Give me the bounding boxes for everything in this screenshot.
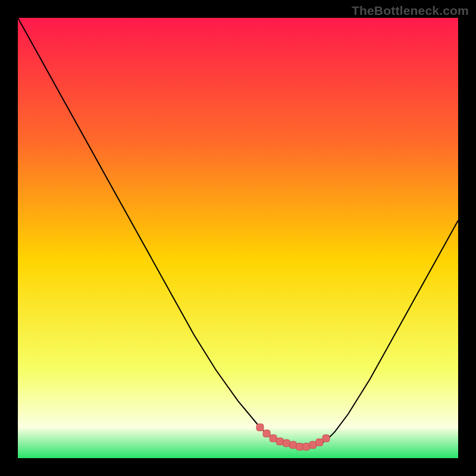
marker-dot (263, 430, 270, 437)
marker-dot (270, 435, 277, 442)
marker-dot (276, 438, 283, 445)
marker-dot (322, 435, 330, 442)
chart-frame: TheBottleneck.com (0, 0, 476, 476)
gradient-background (18, 18, 458, 458)
marker-dot (283, 440, 290, 447)
plot-area (18, 18, 458, 458)
marker-dot (256, 424, 264, 431)
marker-dot (290, 441, 297, 449)
marker-dot (309, 441, 317, 449)
marker-dot (296, 443, 303, 450)
marker-dot (316, 439, 323, 446)
plot-svg (18, 18, 458, 458)
marker-dot (303, 443, 310, 450)
watermark-text: TheBottleneck.com (352, 4, 469, 18)
